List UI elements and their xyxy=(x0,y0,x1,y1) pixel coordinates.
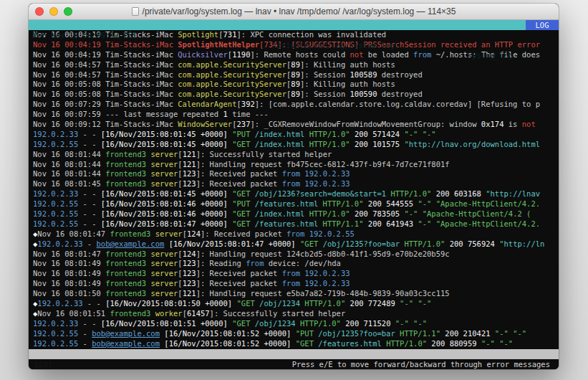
titlebar[interactable]: /private/var/log/system.log — lnav • lna… xyxy=(29,4,559,20)
log-line: 192.0.2.55 - bob@example.com [16/Nov/201… xyxy=(33,329,559,339)
log-line: Nov 16 08:01:44 frontend3 server[121]: H… xyxy=(33,160,559,170)
log-line: Nov 16 08:01:50 frontend3 server[121]: H… xyxy=(33,289,559,299)
window-title: /private/var/log/system.log — lnav • lna… xyxy=(143,6,456,16)
terminal-screen[interactable]: Mon Nov 16 00:09:12 PST /private/var/log… xyxy=(29,20,559,369)
status-clock: Mon Nov 16 00:09:12 PST xyxy=(33,30,137,40)
log-line: Nov 16 00:09:12 Tim-Stacks-iMac WindowSe… xyxy=(33,120,559,130)
title-area: /private/var/log/system.log — lnav • lna… xyxy=(132,6,456,16)
log-line: 192.0.2.55 - - [16/Nov/2015:08:01:46 +00… xyxy=(33,199,559,209)
log-line: Nov 16 00:04:57 Tim-Stacks-iMac com.appl… xyxy=(33,70,559,80)
log-line: Nov 16 08:01:44 frontend3 server[123]: R… xyxy=(33,169,559,179)
log-line: Nov 16 00:05:08 Tim-Stacks-iMac com.appl… xyxy=(33,90,559,100)
lnav-top-status-bar: Mon Nov 16 00:09:12 PST /private/var/log… xyxy=(29,20,559,30)
log-lines: Nov 16 00:04:19 Tim-Stacks-iMac Spotligh… xyxy=(29,30,559,349)
log-line: Nov 16 08:01:47 frontend3 server[124]: H… xyxy=(33,250,559,260)
terminal-window: /private/var/log/system.log — lnav • lna… xyxy=(29,4,559,369)
close-button[interactable] xyxy=(35,7,44,16)
log-line: 192.0.2.55 - - [16/Nov/2015:08:01:46 +00… xyxy=(33,209,559,219)
log-line: Nov 16 08:01:45 frontend3 server[123]: R… xyxy=(33,179,559,189)
status-view-badge: LOG xyxy=(526,20,559,30)
log-line: 192.0.2.55 - - [16/Nov/2015:08:01:47 +00… xyxy=(33,219,559,229)
log-line: Nov 16 00:04:57 Tim-Stacks-iMac com.appl… xyxy=(33,60,559,70)
log-line: ◆192.0.2.33 - bob@example.com [16/Nov/20… xyxy=(33,239,559,250)
log-line: 192.0.2.33 - - [16/Nov/2015:08:01:45 +00… xyxy=(33,189,559,199)
minimize-button[interactable] xyxy=(49,7,58,16)
log-line: Nov 16 08:01:49 frontend3 server[123]: R… xyxy=(33,279,559,289)
log-line: 192.0.2.55 - - [16/Nov/2015:08:01:45 +00… xyxy=(33,140,559,150)
log-line: 192.0.2.33 - - [16/Nov/2015:08:01:51 +00… xyxy=(33,319,559,329)
log-line: Nov 16 00:07:29 Tim-Stacks-iMac Calendar… xyxy=(33,100,559,110)
status-filename: /private/var/log/system.log: xyxy=(272,40,399,50)
log-line: ◆Nov 16 08:01:47 frontend3 server[124]: … xyxy=(33,229,559,239)
log-line: Nov 16 00:05:08 Tim-Stacks-iMac com.appl… xyxy=(33,80,559,90)
status-scroll-percent: 55% xyxy=(102,369,115,370)
traffic-lights xyxy=(35,7,72,16)
log-line: Nov 16 08:01:49 frontend3 server[123]: R… xyxy=(33,259,559,269)
document-icon[interactable] xyxy=(132,7,139,16)
status-message-line: Press e/E to move forward/backward throu… xyxy=(29,359,559,369)
log-line: ◆Nov 16 08:01:51 frontend3 worker[61457]… xyxy=(33,309,559,319)
log-line: Nov 16 08:01:49 frontend3 server[123]: R… xyxy=(33,269,559,279)
zoom-button[interactable] xyxy=(64,7,72,16)
log-line: ◆192.0.2.33 - - [16/Nov/2015:08:01:50 +0… xyxy=(33,299,559,309)
status-line-number: L201 xyxy=(34,359,52,369)
lnav-bottom-status-bar: L201 55% 0 hits ?:View Help xyxy=(29,349,559,359)
status-log-format: syslog_log xyxy=(468,50,513,60)
log-line: 192.0.2.55 - bob@example.com [16/Nov/201… xyxy=(33,339,559,349)
log-line: Nov 16 08:01:44 frontend3 server[121]: S… xyxy=(33,150,559,160)
log-line: 192.0.2.33 - - [16/Nov/2015:08:01:45 +00… xyxy=(33,130,559,140)
log-line: Nov 16 00:07:59 --- last message repeate… xyxy=(33,110,559,120)
